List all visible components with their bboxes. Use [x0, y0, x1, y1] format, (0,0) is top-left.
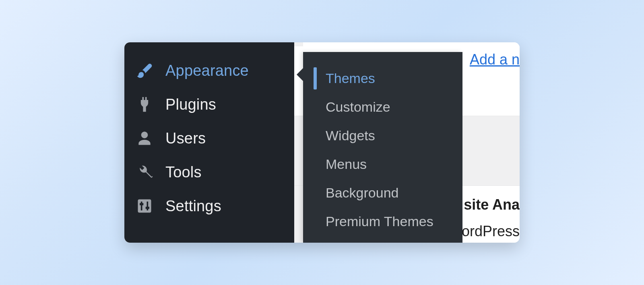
- plug-icon: [136, 96, 153, 113]
- submenu-item-themes[interactable]: Themes: [303, 64, 462, 93]
- sidebar-item-label: Users: [165, 130, 206, 147]
- sidebar-item-tools[interactable]: Tools: [124, 155, 294, 189]
- wrench-icon: [136, 163, 153, 181]
- sidebar-item-plugins[interactable]: Plugins: [124, 87, 294, 121]
- sidebar-item-settings[interactable]: Settings: [124, 189, 294, 223]
- sidebar-item-label: Settings: [165, 198, 221, 215]
- svg-rect-2: [147, 202, 149, 210]
- admin-sidebar: Appearance Plugins Users Tools Settings: [124, 42, 294, 243]
- sliders-icon: [136, 197, 153, 215]
- appearance-submenu: Themes Customize Widgets Menus Backgroun…: [303, 52, 462, 243]
- sidebar-item-users[interactable]: Users: [124, 121, 294, 155]
- user-icon: [136, 129, 153, 147]
- add-new-link[interactable]: Add a n: [470, 51, 520, 68]
- sidebar-item-label: Plugins: [165, 96, 216, 113]
- svg-rect-0: [138, 200, 151, 213]
- sidebar-item-label: Tools: [165, 164, 202, 181]
- section-subline: ordPress: [462, 223, 520, 240]
- admin-panel-crop: Add a n site Ana ordPress Appearance Plu…: [124, 42, 520, 243]
- svg-rect-4: [146, 207, 149, 209]
- brush-icon: [136, 62, 153, 79]
- svg-rect-1: [141, 202, 142, 210]
- submenu-item-premium-themes[interactable]: Premium Themes: [303, 207, 462, 236]
- sidebar-item-label: Appearance: [165, 62, 249, 79]
- submenu-item-menus[interactable]: Menus: [303, 150, 462, 179]
- svg-rect-3: [140, 203, 143, 206]
- submenu-item-customize[interactable]: Customize: [303, 93, 462, 121]
- submenu-item-widgets[interactable]: Widgets: [303, 121, 462, 150]
- gap-strip-inner: [293, 46, 303, 116]
- section-headline: site Ana: [464, 196, 520, 213]
- submenu-item-background[interactable]: Background: [303, 179, 462, 207]
- sidebar-item-appearance[interactable]: Appearance: [124, 54, 294, 87]
